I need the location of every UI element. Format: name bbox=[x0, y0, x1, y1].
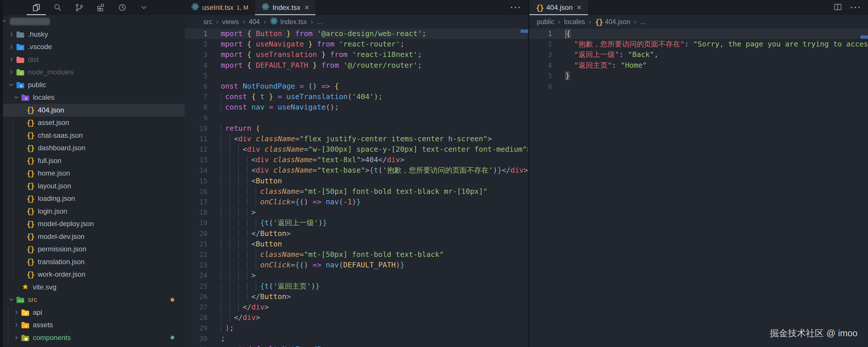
line-number: 3 bbox=[185, 50, 208, 60]
tree-item-asset.json[interactable]: {}asset.json bbox=[0, 117, 185, 129]
activity-history-icon[interactable] bbox=[117, 3, 127, 12]
tab-close-icon[interactable]: × bbox=[577, 3, 581, 11]
code-line[interactable]: 18 > bbox=[185, 207, 528, 218]
split-editor-icon[interactable] bbox=[833, 3, 842, 12]
tree-item-full.json[interactable]: {}full.json bbox=[0, 154, 185, 167]
code-area-right[interactable]: 1{2 "抱歉，您所要访问的页面不存在": "Sorry, the page y… bbox=[529, 28, 868, 91]
activity-explorer-icon[interactable] bbox=[31, 3, 41, 12]
code-line[interactable]: 9 bbox=[185, 113, 528, 123]
code-line[interactable]: 24 > bbox=[185, 270, 528, 281]
editor-right[interactable]: 1{2 "抱歉，您所要访问的页面不存在": "Sorry, the page y… bbox=[529, 28, 868, 347]
code-line[interactable]: 20 </Button> bbox=[185, 228, 528, 239]
tab-Index.tsx[interactable]: Index.tsx× bbox=[255, 0, 316, 15]
tab-404.json[interactable]: {}404.json× bbox=[529, 0, 588, 15]
folder-icon-.vscode: ✓ bbox=[16, 42, 25, 52]
code-line[interactable]: 21 <Button bbox=[185, 239, 528, 249]
breadcrumb-item[interactable]: ... bbox=[317, 18, 322, 26]
code-line[interactable]: 5 bbox=[185, 70, 528, 81]
project-header[interactable] bbox=[0, 15, 185, 28]
code-line[interactable]: 25 {t('返回主页')} bbox=[185, 281, 528, 291]
code-line[interactable]: 3mport { useTranslation } from 'react-i1… bbox=[185, 50, 528, 60]
tree-item-.vscode[interactable]: ✓.vscode bbox=[0, 41, 185, 54]
tree-item-model-dev.json[interactable]: {}model-dev.json bbox=[0, 230, 185, 243]
activity-search-icon[interactable] bbox=[53, 3, 63, 12]
activity-source-control-icon[interactable] bbox=[74, 3, 84, 12]
breadcrumb-item[interactable]: public bbox=[537, 18, 554, 26]
code-line[interactable]: 17 onClick={() => nav(-1)} bbox=[185, 197, 528, 207]
tree-item-api[interactable]: #api bbox=[0, 306, 185, 319]
code-line[interactable]: 8 const nav = useNavigate(); bbox=[185, 102, 528, 113]
more-actions-icon[interactable]: ··· bbox=[850, 6, 862, 9]
line-number: 13 bbox=[185, 154, 208, 165]
code-line[interactable]: 13 <div className="text-8xl">404</div> bbox=[185, 154, 528, 165]
code-line[interactable]: 31xport default NotFoundPage; bbox=[185, 344, 528, 347]
tree-item-login.json[interactable]: {}login.json bbox=[0, 205, 185, 218]
activity-chevron-down-icon[interactable] bbox=[139, 3, 149, 12]
code-line[interactable]: 1{ bbox=[529, 28, 868, 39]
tree-item-loading.json[interactable]: {}loading.json bbox=[0, 193, 185, 205]
tree-item-model-deploy.json[interactable]: {}model-deploy.json bbox=[0, 218, 185, 230]
tab-useInit.tsx[interactable]: useInit.tsx1, M bbox=[185, 0, 255, 15]
tree-item-layout.json[interactable]: {}layout.json bbox=[0, 180, 185, 193]
tree-item-locales[interactable]: Alocales bbox=[0, 91, 185, 104]
tree-item-src[interactable]: <>src bbox=[0, 293, 185, 306]
tree-item-public[interactable]: ⊕public bbox=[0, 79, 185, 91]
watermark: 掘金技术社区 @ imoo bbox=[770, 327, 858, 340]
line-number: 5 bbox=[529, 70, 552, 81]
code-line[interactable]: 2mport { useNavigate } from 'react-route… bbox=[185, 39, 528, 50]
code-line[interactable]: 29 ); bbox=[185, 323, 528, 333]
tree-item-vite.svg[interactable]: *vite.svg bbox=[0, 281, 185, 293]
code-area-left[interactable]: 1mport { Button } from '@arco-design/web… bbox=[185, 28, 528, 347]
code-line[interactable]: 27 </div> bbox=[185, 302, 528, 312]
tree-item-translation.json[interactable]: {}translation.json bbox=[0, 256, 185, 268]
code-line[interactable]: 6 bbox=[529, 81, 868, 91]
activity-extensions-icon[interactable] bbox=[96, 3, 106, 12]
code-line[interactable]: 14 <div className="text-base">{t('抱歉，您所要… bbox=[185, 165, 528, 176]
code-line[interactable]: 2 "抱歉，您所要访问的页面不存在": "Sorry, the page you… bbox=[529, 39, 868, 50]
tree-item-work-order.json[interactable]: {}work-order.json bbox=[0, 268, 185, 281]
code-line[interactable]: 15 <Button bbox=[185, 176, 528, 186]
code-line[interactable]: 4mport { DEFAULT_PATH } from '@/router/r… bbox=[185, 60, 528, 70]
code-line[interactable]: 1mport { Button } from '@arco-design/web… bbox=[185, 28, 528, 39]
tree-item-assets[interactable]: ≡assets bbox=[0, 319, 185, 331]
code-line[interactable]: 6onst NotFoundPage = () => { bbox=[185, 81, 528, 91]
code-line[interactable]: 30; bbox=[185, 333, 528, 344]
tree-item-dist[interactable]: dist bbox=[0, 53, 185, 66]
code-line[interactable]: 11 <div className="flex justify-center i… bbox=[185, 134, 528, 144]
breadcrumb-item[interactable]: views bbox=[222, 18, 239, 26]
code-line[interactable]: 26 </Button> bbox=[185, 291, 528, 302]
more-actions-icon[interactable]: ··· bbox=[510, 6, 522, 9]
code-line[interactable]: 5} bbox=[529, 70, 868, 81]
code-line[interactable]: 19 {t('返回上一级')} bbox=[185, 218, 528, 228]
tree-item-.husky[interactable]: ∴.husky bbox=[0, 28, 185, 41]
tab-close-icon[interactable]: × bbox=[304, 3, 309, 11]
breadcrumb-item[interactable]: 404 bbox=[249, 18, 260, 26]
breadcrumb-item[interactable]: {}404.json bbox=[595, 18, 630, 26]
code-line[interactable]: 23 onClick={() => nav(DEFAULT_PATH)} bbox=[185, 260, 528, 270]
code-line[interactable]: 28 </div> bbox=[185, 312, 528, 323]
tree-item-dashboard.json[interactable]: {}dashboard.json bbox=[0, 142, 185, 154]
folder-icon-api: # bbox=[20, 308, 30, 317]
tree-item-node_modules[interactable]: ◇node_modules bbox=[0, 66, 185, 79]
tree-item-permission.json[interactable]: {}permission.json bbox=[0, 243, 185, 256]
code-line-content: "抱歉，您所要访问的页面不存在": "Sorry, the page you a… bbox=[552, 39, 868, 50]
tree-item-components[interactable]: ■components bbox=[0, 331, 185, 344]
code-line[interactable]: 7 const { t } = useTranslation('404'); bbox=[185, 91, 528, 102]
breadcrumb-item[interactable]: src bbox=[203, 18, 212, 26]
editor-group-divider[interactable] bbox=[528, 0, 529, 347]
tree-item-home.json[interactable]: {}home.json bbox=[0, 167, 185, 180]
code-line[interactable]: 16 className="mt-[50px] font-bold text-b… bbox=[185, 186, 528, 197]
code-line[interactable]: 3 "返回上一级": "Back", bbox=[529, 50, 868, 60]
breadcrumb-item[interactable]: ... bbox=[640, 18, 646, 26]
code-line[interactable]: 12 <div className="w-[300px] space-y-[20… bbox=[185, 144, 528, 154]
code-line[interactable]: 10 return ( bbox=[185, 123, 528, 134]
line-number: 2 bbox=[529, 39, 552, 50]
tree-item-chat-saas.json[interactable]: {}chat-saas.json bbox=[0, 129, 185, 142]
tree-item-404.json[interactable]: {}404.json bbox=[0, 104, 185, 117]
code-line[interactable]: 22 className="mt-[50px] font-bold text-b… bbox=[185, 249, 528, 260]
chevron-right-icon bbox=[12, 309, 20, 316]
breadcrumb-item[interactable]: Index.tsx bbox=[270, 17, 307, 27]
code-line[interactable]: 4 "返回主页": "Home" bbox=[529, 60, 868, 70]
editor-left[interactable]: 1mport { Button } from '@arco-design/web… bbox=[185, 28, 528, 347]
breadcrumb-item[interactable]: locales bbox=[564, 18, 585, 26]
